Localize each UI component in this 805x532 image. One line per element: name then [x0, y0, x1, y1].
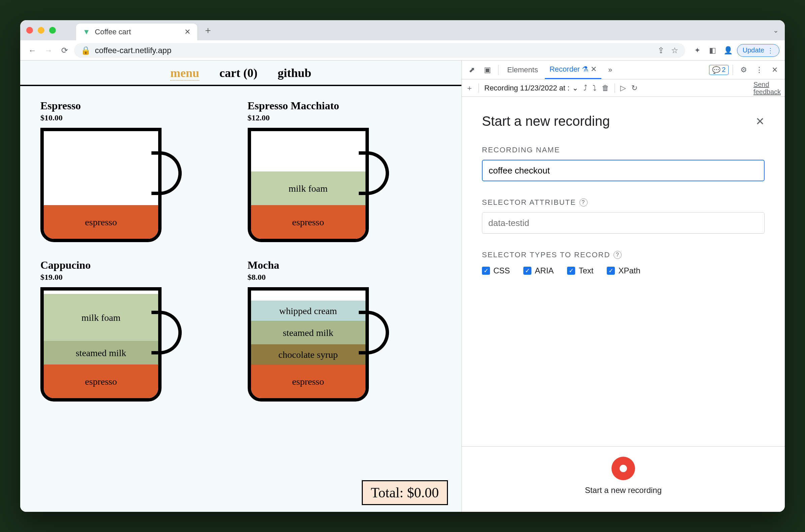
- cup-layer: chocolate syrup: [251, 344, 365, 364]
- checkbox-text[interactable]: ✓Text: [567, 266, 593, 276]
- checkbox-css[interactable]: ✓CSS: [482, 266, 510, 276]
- devtools-tabbar: ⬈ ▣ Elements Recorder ⚗ ✕ » 💬 2 ⚙ ⋮ ✕: [462, 60, 785, 79]
- product-card[interactable]: Espresso Macchiato $12.00 milk foamespre…: [248, 99, 441, 249]
- cup-handle-icon: [359, 311, 389, 355]
- cart-total[interactable]: Total: $0.00: [362, 480, 448, 505]
- message-icon: 💬: [712, 66, 720, 74]
- help-icon[interactable]: ?: [614, 251, 622, 259]
- more-tabs-icon[interactable]: »: [603, 65, 617, 74]
- tabs-menu-icon[interactable]: ⌄: [773, 26, 779, 34]
- menu-grid: Espresso $10.00 espresso Espresso Macchi…: [20, 86, 461, 422]
- delete-icon[interactable]: 🗑: [602, 84, 609, 93]
- product-price: $12.00: [248, 113, 441, 122]
- titlebar: ▼ Coffee cart ✕ ＋ ⌄: [20, 20, 785, 40]
- start-recording-button[interactable]: [611, 457, 635, 480]
- selector-attribute-label: SELECTOR ATTRIBUTE ?: [482, 198, 765, 207]
- sidepanel-icon[interactable]: ◧: [706, 44, 719, 57]
- traffic-lights: [26, 27, 56, 34]
- panel-title: Start a new recording ✕: [482, 114, 765, 129]
- product-name: Espresso: [40, 99, 234, 112]
- cup-handle-icon: [359, 151, 389, 195]
- inspect-icon[interactable]: ⬈: [465, 65, 479, 74]
- nav-github[interactable]: github: [278, 66, 311, 81]
- play-icon[interactable]: ▷: [620, 84, 626, 93]
- flask-icon: ⚗: [582, 65, 589, 74]
- recording-name-input[interactable]: [482, 160, 765, 181]
- tab-elements[interactable]: Elements: [502, 60, 543, 79]
- url-field[interactable]: 🔒 coffee-cart.netlify.app ⇪ ☆: [74, 43, 685, 58]
- browser-tab[interactable]: ▼ Coffee cart ✕: [76, 23, 197, 40]
- recording-name-label: RECORDING NAME: [482, 146, 765, 154]
- cup-layer: espresso: [251, 205, 365, 239]
- cup-layer: milk foam: [44, 294, 158, 341]
- settings-icon[interactable]: ⚙: [737, 65, 750, 74]
- bookmark-icon[interactable]: ☆: [671, 46, 678, 55]
- selector-types-label: SELECTOR TYPES TO RECORD ?: [482, 250, 765, 259]
- product-name: Espresso Macchiato: [248, 99, 441, 112]
- send-feedback-link[interactable]: Sendfeedback: [753, 81, 781, 95]
- tab-recorder[interactable]: Recorder ⚗ ✕: [545, 60, 601, 79]
- product-price: $8.00: [248, 273, 441, 282]
- product-name: Cappucino: [40, 259, 234, 271]
- close-tab-icon[interactable]: ✕: [591, 65, 597, 74]
- minimize-window-button[interactable]: [38, 27, 44, 34]
- devtools-panel: ⬈ ▣ Elements Recorder ⚗ ✕ » 💬 2 ⚙ ⋮ ✕: [462, 60, 785, 512]
- new-recording-icon[interactable]: ＋: [466, 83, 473, 93]
- selector-attribute-input[interactable]: [482, 212, 765, 234]
- cup-layer: espresso: [251, 364, 365, 398]
- export-icon[interactable]: ⤵: [593, 84, 596, 93]
- close-window-button[interactable]: [26, 27, 33, 34]
- product-price: $10.00: [40, 113, 234, 122]
- url-text: coffee-cart.netlify.app: [95, 46, 171, 55]
- cup-handle-icon: [151, 151, 182, 195]
- cup-icon: milk foamespresso: [248, 128, 369, 242]
- cup-layer: steamed milk: [44, 341, 158, 364]
- close-devtools-icon[interactable]: ✕: [768, 65, 782, 74]
- cup-layer: milk foam: [251, 171, 365, 205]
- tab-title: Coffee cart: [95, 27, 131, 36]
- step-icon[interactable]: ↻: [632, 84, 637, 93]
- update-button[interactable]: Update⋮: [737, 44, 780, 57]
- product-name: Mocha: [248, 259, 441, 271]
- device-toggle-icon[interactable]: ▣: [480, 65, 494, 74]
- cup-layer: whipped cream: [251, 301, 365, 321]
- recorder-form: Start a new recording ✕ RECORDING NAME S…: [462, 97, 785, 446]
- cup-layer: espresso: [44, 205, 158, 239]
- product-card[interactable]: Espresso $10.00 espresso: [40, 99, 234, 249]
- cup-icon: milk foamsteamed milkespresso: [40, 287, 162, 401]
- nav-cart[interactable]: cart (0): [219, 66, 257, 81]
- extensions-icon[interactable]: ✦: [691, 44, 704, 57]
- help-icon[interactable]: ?: [580, 198, 588, 207]
- maximize-window-button[interactable]: [49, 27, 56, 34]
- page-nav: menu cart (0) github: [20, 60, 461, 86]
- profile-icon[interactable]: 👤: [721, 44, 735, 57]
- browser-window: ▼ Coffee cart ✕ ＋ ⌄ ← → ⟳ 🔒 coffee-cart.…: [20, 20, 785, 512]
- page-content: menu cart (0) github Espresso $10.00 esp…: [20, 60, 462, 512]
- import-icon[interactable]: ⤴: [584, 84, 587, 93]
- share-icon[interactable]: ⇪: [658, 46, 664, 55]
- product-card[interactable]: Mocha $8.00 whipped creamsteamed milkcho…: [248, 259, 441, 408]
- forward-button[interactable]: →: [42, 44, 55, 57]
- cup-icon: espresso: [40, 128, 162, 242]
- checkbox-xpath[interactable]: ✓XPath: [607, 266, 640, 276]
- nav-menu[interactable]: menu: [170, 66, 199, 81]
- cup-icon: whipped creamsteamed milkchocolate syrup…: [248, 287, 369, 401]
- back-button[interactable]: ←: [25, 44, 39, 57]
- close-tab-icon[interactable]: ✕: [184, 27, 190, 36]
- kebab-menu-icon[interactable]: ⋮: [752, 65, 766, 74]
- cup-layer: espresso: [44, 364, 158, 398]
- cup-layer: steamed milk: [251, 321, 365, 344]
- new-tab-button[interactable]: ＋: [203, 24, 213, 37]
- vue-favicon-icon: ▼: [83, 27, 90, 36]
- product-card[interactable]: Cappucino $19.00 milk foamsteamed milkes…: [40, 259, 234, 408]
- close-panel-icon[interactable]: ✕: [755, 115, 765, 128]
- issues-badge[interactable]: 💬 2: [709, 65, 729, 75]
- address-bar: ← → ⟳ 🔒 coffee-cart.netlify.app ⇪ ☆ ✦ ◧ …: [20, 40, 785, 60]
- chevron-down-icon: ⌄: [572, 84, 578, 93]
- checkbox-aria[interactable]: ✓ARIA: [523, 266, 554, 276]
- start-recording-label: Start a new recording: [462, 486, 785, 495]
- cup-handle-icon: [151, 311, 182, 355]
- recording-selector[interactable]: Recording 11/23/2022 at : ⌄: [484, 84, 578, 93]
- recorder-toolbar: ＋ Recording 11/23/2022 at : ⌄ ⤴ ⤵ 🗑 ▷ ↻ …: [462, 79, 785, 97]
- reload-button[interactable]: ⟳: [58, 44, 71, 57]
